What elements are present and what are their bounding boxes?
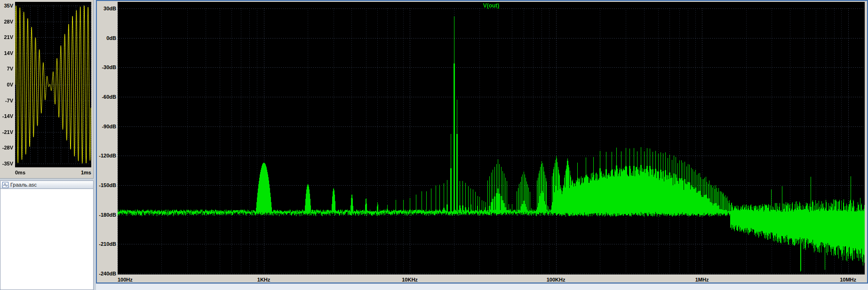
- schematic-window-title: Грааль.asc: [10, 182, 37, 188]
- x-axis-tick-label: 100KHz: [547, 276, 565, 283]
- y-axis-tick-label: -150dB: [97, 182, 116, 188]
- ltspice-file-icon: [2, 182, 8, 188]
- y-axis-tick-label: -14V: [0, 113, 13, 119]
- y-axis-tick-label: -28V: [0, 144, 13, 151]
- y-axis-tick-label: -60dB: [97, 94, 116, 100]
- y-axis-tick-label: -210dB: [97, 241, 116, 247]
- x-axis-tick-label: 0ms: [15, 169, 25, 176]
- y-axis-tick-label: -180dB: [97, 212, 116, 218]
- y-axis-tick-label: -7V: [0, 97, 13, 104]
- y-axis-tick-label: 0V: [0, 81, 13, 88]
- fft-plot-pane: V(out) 30dB0dB-30dB-60dB-90dB-120dB-150d…: [96, 0, 868, 283]
- y-axis-tick-label: 28V: [0, 18, 13, 25]
- fft-plot-area[interactable]: [118, 2, 865, 274]
- ltspice-workspace: 35V28V21V14V7V0V-7V-14V-21V-28V-35V0ms1m…: [0, 0, 868, 290]
- x-axis-tick-label: 100Hz: [118, 276, 133, 283]
- y-axis-tick-label: 21V: [0, 34, 13, 40]
- y-axis-tick-label: 35V: [0, 2, 13, 9]
- y-axis-tick-label: -120dB: [97, 152, 116, 159]
- y-axis-tick-label: 0dB: [97, 35, 116, 41]
- time-domain-waveform-canvas[interactable]: [15, 2, 91, 167]
- x-axis-tick-label: 1KHz: [257, 276, 271, 283]
- fft-spectrum-canvas[interactable]: [118, 2, 865, 274]
- schematic-canvas[interactable]: [0, 189, 94, 290]
- y-axis-tick-label: 7V: [0, 65, 13, 72]
- x-axis-tick-label: 1MHz: [695, 276, 709, 283]
- y-axis-tick-label: -240dB: [97, 270, 116, 277]
- bottom-scrollbar-strip: [96, 283, 868, 290]
- y-axis-tick-label: 14V: [0, 50, 13, 56]
- x-axis-tick-label: 10KHz: [402, 276, 418, 283]
- y-axis-tick-label: 30dB: [97, 5, 116, 12]
- fft-trace-label[interactable]: V(out): [118, 2, 865, 9]
- y-axis-tick-label: -21V: [0, 129, 13, 135]
- time-domain-plot-pane: 35V28V21V14V7V0V-7V-14V-21V-28V-35V0ms1m…: [0, 0, 94, 179]
- schematic-window: Грааль.asc: [0, 180, 94, 290]
- time-domain-plot-area[interactable]: [15, 2, 91, 167]
- x-axis-tick-label: 10MHz: [840, 276, 856, 283]
- schematic-window-titlebar[interactable]: Грааль.asc: [0, 180, 94, 189]
- x-axis-tick-label: 1ms: [81, 169, 91, 176]
- y-axis-tick-label: -35V: [0, 160, 13, 167]
- y-axis-tick-label: -30dB: [97, 64, 116, 71]
- y-axis-tick-label: -90dB: [97, 123, 116, 130]
